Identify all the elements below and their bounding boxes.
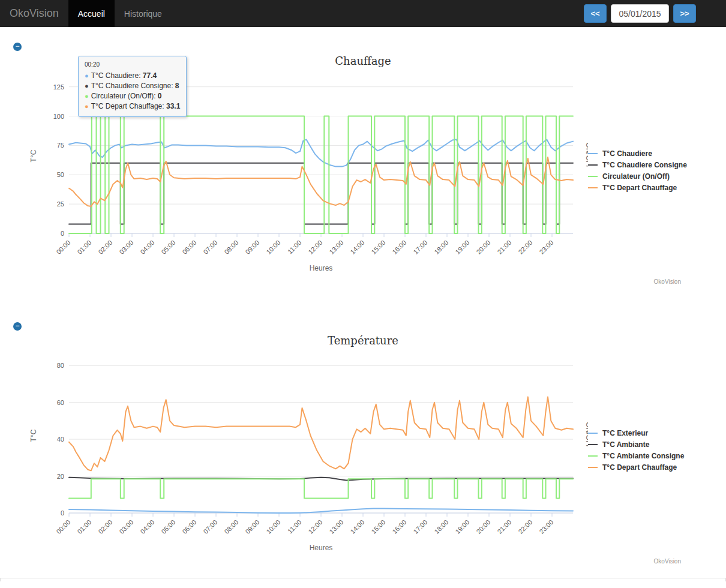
chart-credits: OkoVision: [654, 558, 681, 565]
legend-line-icon: [588, 455, 598, 457]
svg-text:00:00: 00:00: [55, 239, 71, 256]
legend-line-icon: [588, 187, 598, 188]
chart-credits: OkoVision: [654, 278, 681, 285]
svg-text:07:00: 07:00: [202, 518, 218, 535]
svg-text:23:00: 23:00: [538, 518, 554, 535]
legend-item[interactable]: T°C Depart Chauffage: [588, 184, 687, 192]
svg-text:15:00: 15:00: [370, 239, 386, 256]
svg-text:11:00: 11:00: [286, 239, 302, 255]
chauffage-legend: T°C ChaudiereT°C Chaudiere ConsigneCircu…: [588, 149, 687, 192]
tooltip-value: 33.1: [166, 102, 180, 110]
svg-text:06:00: 06:00: [181, 518, 197, 535]
legend-item[interactable]: T°C Ambiante: [588, 440, 684, 449]
temperature-legend: T°C ExterieurT°C AmbianteT°C Ambiante Co…: [588, 429, 684, 472]
svg-text:07:00: 07:00: [202, 239, 218, 256]
legend-line-icon: [588, 444, 598, 445]
svg-text:18:00: 18:00: [433, 239, 449, 256]
legend-label: T°C Depart Chauffage: [602, 184, 677, 192]
legend-line-icon: [588, 433, 598, 434]
temperature-chart-svg[interactable]: 02040608000:0001:0002:0003:0004:0005:000…: [12, 350, 588, 566]
legend-item[interactable]: T°C Chaudiere Consigne: [588, 161, 687, 169]
tooltip-row: ●Circulateur (On/Off): 0: [85, 91, 180, 101]
svg-text:19:00: 19:00: [454, 518, 470, 535]
svg-text:01:00: 01:00: [76, 518, 92, 535]
temperature-panel: − Température 02040608000:0001:0002:0003…: [12, 320, 714, 566]
tooltip-value: 0: [158, 92, 162, 100]
svg-text:125: 125: [53, 83, 64, 91]
series-line-3[interactable]: [69, 479, 573, 498]
svg-text:0: 0: [61, 509, 64, 517]
legend-item[interactable]: T°C Ambiante Consigne: [588, 452, 684, 460]
series-line-4[interactable]: [69, 397, 573, 471]
series-line-4[interactable]: [69, 157, 573, 206]
series-line-2[interactable]: [69, 163, 573, 224]
navbar: OkoVision Accueil Historique << >>: [0, 0, 726, 27]
svg-text:02:00: 02:00: [97, 239, 113, 256]
prev-day-button[interactable]: <<: [584, 4, 607, 23]
series-bullet-icon: ●: [85, 72, 89, 79]
legend-line-icon: [588, 467, 598, 468]
svg-text:Heures: Heures: [310, 264, 333, 272]
svg-text:16:00: 16:00: [391, 518, 407, 535]
next-day-button[interactable]: >>: [673, 4, 696, 23]
tab-accueil[interactable]: Accueil: [68, 0, 115, 27]
svg-text:03:00: 03:00: [118, 518, 134, 535]
legend-label: T°C Ambiante: [602, 440, 649, 449]
panel-bottom-border: [0, 578, 726, 581]
svg-text:13:00: 13:00: [328, 239, 344, 256]
legend-item[interactable]: T°C Chaudiere: [588, 149, 687, 158]
date-controls: << >>: [584, 0, 726, 27]
svg-text:17:00: 17:00: [412, 239, 428, 256]
svg-text:0: 0: [61, 230, 64, 237]
svg-text:05:00: 05:00: [160, 239, 176, 256]
legend-item[interactable]: T°C Exterieur: [588, 429, 684, 437]
svg-text:10:00: 10:00: [265, 518, 281, 535]
series-line-1[interactable]: [69, 509, 573, 513]
tab-historique[interactable]: Historique: [115, 0, 172, 27]
legend-line-icon: [588, 176, 598, 177]
svg-text:80: 80: [57, 362, 64, 369]
main-content: − Chauffage 025507510012500:0001:0002:00…: [0, 27, 726, 581]
legend-item[interactable]: Circulateur (On/Off): [588, 172, 687, 181]
svg-text:15:00: 15:00: [370, 518, 386, 535]
svg-text:50: 50: [57, 171, 64, 178]
svg-text:14:00: 14:00: [349, 518, 365, 535]
svg-text:02:00: 02:00: [97, 518, 113, 535]
svg-text:60: 60: [57, 399, 64, 406]
app-brand[interactable]: OkoVision: [0, 0, 68, 27]
svg-text:05:00: 05:00: [160, 518, 176, 535]
svg-text:08:00: 08:00: [223, 518, 239, 535]
nav-tabs: Accueil Historique: [68, 0, 172, 27]
collapse-icon[interactable]: −: [13, 322, 22, 331]
chauffage-chart-area: Chauffage 025507510012500:0001:0002:0003…: [12, 52, 714, 286]
legend-label: T°C Chaudiere: [602, 149, 652, 158]
svg-text:04:00: 04:00: [139, 518, 155, 535]
svg-text:20:00: 20:00: [475, 518, 491, 535]
series-bullet-icon: ●: [85, 103, 89, 110]
tooltip-row: ●T°C Depart Chauffage: 33.1: [85, 101, 180, 112]
svg-text:08:00: 08:00: [223, 239, 239, 256]
svg-text:14:00: 14:00: [349, 239, 365, 256]
svg-text:12:00: 12:00: [307, 518, 323, 535]
svg-text:19:00: 19:00: [454, 239, 470, 256]
svg-text:100: 100: [53, 113, 64, 120]
svg-text:20: 20: [57, 473, 64, 480]
svg-text:T°C: T°C: [29, 149, 38, 162]
legend-label: T°C Ambiante Consigne: [602, 452, 684, 460]
svg-text:04:00: 04:00: [139, 239, 155, 256]
collapse-icon[interactable]: −: [13, 43, 22, 51]
legend-label: Circulateur (On/Off): [602, 172, 670, 181]
date-input[interactable]: [611, 4, 669, 23]
svg-text:75: 75: [57, 142, 64, 149]
legend-item[interactable]: T°C Depart Chauffage: [588, 463, 684, 472]
svg-text:Heures: Heures: [310, 544, 333, 552]
legend-label: T°C Exterieur: [602, 429, 648, 437]
svg-text:40: 40: [57, 436, 64, 443]
svg-text:21:00: 21:00: [496, 239, 512, 256]
svg-text:11:00: 11:00: [286, 518, 302, 535]
tooltip-row: ●T°C Chaudiere Consigne: 8: [85, 81, 180, 91]
chart-title: Température: [12, 332, 714, 350]
svg-text:01:00: 01:00: [76, 239, 92, 256]
svg-text:T°C: T°C: [29, 429, 38, 442]
legend-line-icon: [588, 153, 598, 154]
